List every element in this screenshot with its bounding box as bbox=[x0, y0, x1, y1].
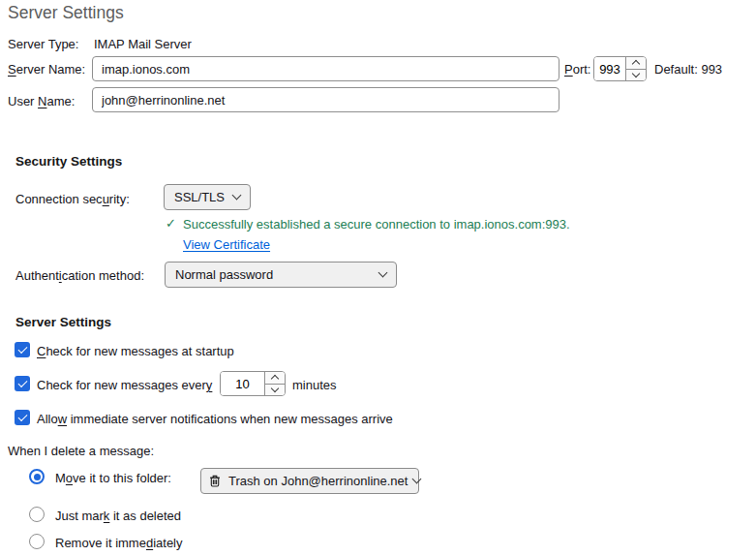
page-title: Server Settings bbox=[8, 3, 124, 23]
remove-immediately-label[interactable]: Remove it immediately bbox=[55, 536, 183, 550]
chevron-up-icon bbox=[271, 375, 279, 383]
server-type-value: IMAP Mail Server bbox=[94, 37, 192, 51]
port-default-text: Default: 993 bbox=[654, 62, 722, 77]
check-startup-checkbox[interactable] bbox=[15, 342, 30, 357]
just-mark-deleted-label[interactable]: Just mark it as deleted bbox=[55, 509, 181, 523]
port-spin-up-button[interactable] bbox=[626, 57, 646, 69]
just-mark-deleted-radio[interactable] bbox=[29, 507, 45, 522]
success-check-icon: ✓ bbox=[166, 216, 176, 231]
check-icon bbox=[17, 378, 27, 387]
server-name-label: Server Name: bbox=[8, 62, 85, 77]
server-type-label: Server Type: bbox=[8, 37, 78, 51]
port-spin-down-button[interactable] bbox=[626, 69, 646, 81]
move-to-folder-label[interactable]: Move it to this folder: bbox=[55, 471, 171, 485]
check-every-checkbox[interactable] bbox=[15, 376, 30, 391]
server-settings-heading: Server Settings bbox=[15, 315, 111, 329]
connection-security-value: SSL/TLS bbox=[174, 190, 225, 204]
connection-status-message: Successfully established a secure connec… bbox=[183, 217, 570, 232]
check-every-label[interactable]: Check for new messages every bbox=[37, 378, 212, 392]
move-to-folder-radio[interactable] bbox=[29, 469, 45, 484]
trash-folder-value: Trash on John@herrinonline.net bbox=[228, 474, 408, 488]
allow-notifications-label[interactable]: Allow immediate server notifications whe… bbox=[37, 412, 393, 426]
view-certificate-link[interactable]: View Certificate bbox=[183, 237, 270, 252]
server-name-input[interactable] bbox=[92, 56, 559, 81]
trash-folder-dropdown[interactable]: Trash on John@herrinonline.net bbox=[200, 468, 419, 494]
port-label: Port: bbox=[564, 62, 590, 77]
chevron-down-icon bbox=[632, 70, 640, 77]
chevron-down-icon bbox=[271, 385, 279, 392]
port-input[interactable] bbox=[594, 57, 625, 80]
check-icon bbox=[17, 344, 27, 354]
connection-security-label: Connection security: bbox=[15, 192, 130, 206]
user-name-input[interactable] bbox=[92, 87, 559, 112]
authentication-method-dropdown[interactable]: Normal password bbox=[165, 262, 397, 288]
authentication-method-label: Authentication method: bbox=[15, 268, 144, 283]
check-every-spinner[interactable] bbox=[220, 371, 286, 396]
check-icon bbox=[17, 412, 27, 421]
remove-immediately-radio[interactable] bbox=[29, 534, 45, 549]
port-spinner[interactable] bbox=[593, 56, 647, 81]
check-startup-label[interactable]: Check for new messages at startup bbox=[37, 344, 234, 358]
chevron-down-icon bbox=[378, 268, 388, 278]
allow-notifications-checkbox[interactable] bbox=[15, 410, 30, 425]
connection-security-dropdown[interactable]: SSL/TLS bbox=[164, 184, 251, 210]
user-name-label: User Name: bbox=[8, 94, 75, 108]
check-every-input[interactable] bbox=[221, 372, 264, 395]
authentication-method-value: Normal password bbox=[175, 267, 273, 282]
trash-icon bbox=[209, 475, 221, 487]
minutes-label: minutes bbox=[292, 378, 337, 392]
minutes-spin-down-button[interactable] bbox=[265, 384, 285, 396]
security-settings-heading: Security Settings bbox=[15, 154, 122, 169]
minutes-spin-up-button[interactable] bbox=[265, 372, 285, 384]
chevron-down-icon bbox=[232, 191, 242, 201]
server-settings-page: Server Settings Server Type: IMAP Mail S… bbox=[0, 0, 756, 556]
chevron-up-icon bbox=[632, 60, 640, 68]
when-delete-label: When I delete a message: bbox=[8, 444, 154, 458]
chevron-down-icon bbox=[412, 475, 422, 484]
